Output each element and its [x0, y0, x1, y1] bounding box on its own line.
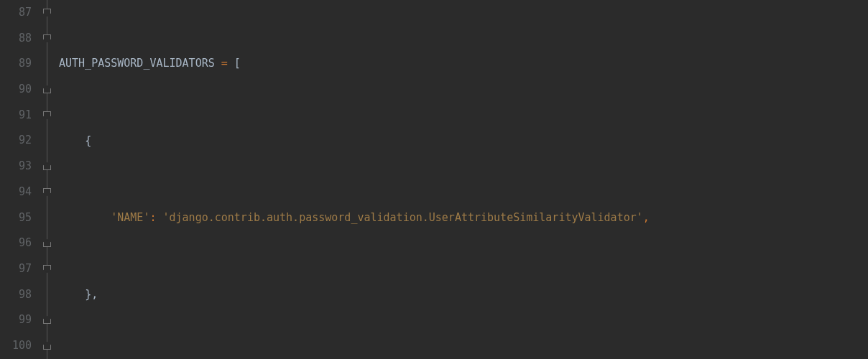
comma: ,	[643, 211, 650, 224]
code-line[interactable]: 'NAME': 'django.contrib.auth.password_va…	[59, 205, 650, 231]
code-line[interactable]: AUTH_PASSWORD_VALIDATORS = [	[59, 51, 650, 77]
fold-open-icon[interactable]	[43, 265, 51, 273]
fold-open-icon[interactable]	[43, 9, 51, 17]
line-number: 91	[0, 103, 32, 129]
brace-close-comma: },	[85, 288, 98, 301]
line-number: 94	[0, 180, 32, 205]
line-number: 90	[0, 77, 32, 103]
code-editor[interactable]: 87888990919293949596979899100 AUTH_PASSW…	[0, 0, 868, 359]
line-number: 100	[0, 333, 32, 359]
code-line[interactable]: },	[59, 282, 650, 308]
fold-open-icon[interactable]	[43, 188, 51, 196]
fold-close-icon[interactable]	[43, 316, 51, 324]
line-number: 89	[0, 51, 32, 77]
colon: :	[149, 211, 156, 224]
line-number: 88	[0, 26, 32, 52]
fold-close-icon[interactable]	[43, 162, 51, 170]
operator-equals: =	[221, 57, 228, 70]
code-line[interactable]: {	[59, 129, 650, 154]
fold-close-icon[interactable]	[43, 85, 51, 93]
bracket-open: [	[234, 57, 241, 70]
line-number: 92	[0, 128, 32, 154]
brace-open: {	[85, 134, 91, 147]
fold-close-icon[interactable]	[43, 342, 51, 350]
line-number: 93	[0, 154, 32, 180]
line-number: 96	[0, 230, 32, 256]
string-literal: 'django.contrib.auth.password_validation…	[163, 211, 643, 224]
line-number: 97	[0, 256, 32, 282]
line-number: 99	[0, 307, 32, 333]
line-number: 98	[0, 282, 32, 308]
fold-open-icon[interactable]	[43, 34, 51, 42]
fold-guide-line	[47, 0, 47, 359]
line-number: 95	[0, 205, 32, 231]
fold-gutter[interactable]	[42, 0, 55, 359]
code-area[interactable]: AUTH_PASSWORD_VALIDATORS = [ { 'NAME': '…	[55, 0, 650, 359]
fold-close-icon[interactable]	[43, 239, 51, 247]
variable-name: AUTH_PASSWORD_VALIDATORS	[59, 57, 215, 70]
line-number-gutter: 87888990919293949596979899100	[0, 0, 42, 359]
fold-open-icon[interactable]	[43, 111, 51, 119]
dict-key: 'NAME'	[111, 211, 149, 224]
line-number: 87	[0, 0, 32, 26]
